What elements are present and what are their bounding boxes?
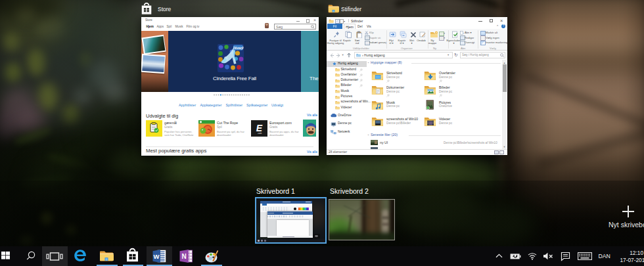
svg-text:.com: .com xyxy=(258,132,262,135)
svg-text:W: W xyxy=(153,252,159,259)
svg-text:Disney: Disney xyxy=(232,46,243,50)
svg-text:N: N xyxy=(181,252,186,259)
